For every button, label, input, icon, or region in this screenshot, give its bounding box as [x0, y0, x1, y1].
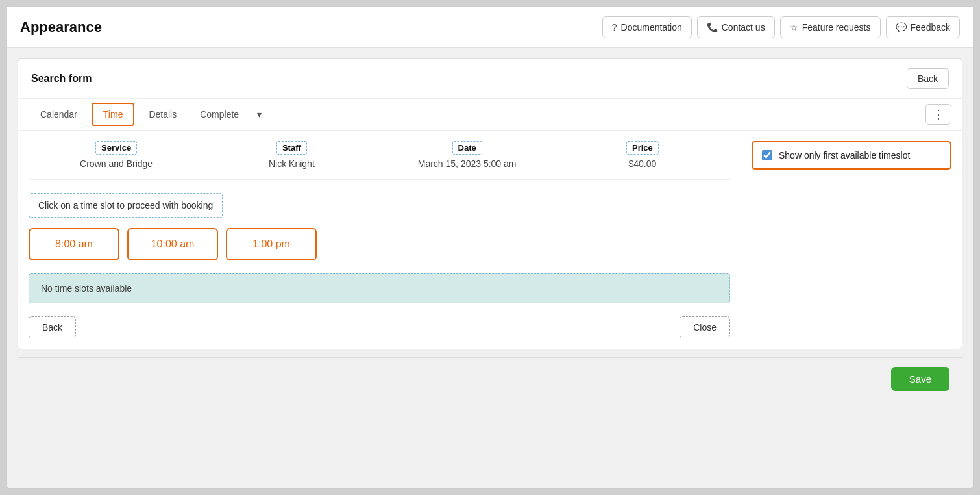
- card-title: Search form: [31, 73, 92, 84]
- no-slots-box: No time slots available: [29, 273, 730, 303]
- page-wrapper: Appearance ? Documentation 📞 Contact us …: [6, 6, 974, 489]
- show-first-timeslot-panel: Show only first available timeslot: [752, 141, 951, 170]
- tab-time[interactable]: Time: [92, 103, 135, 126]
- close-button[interactable]: Close: [680, 316, 730, 338]
- show-first-timeslot-checkbox[interactable]: [762, 150, 772, 160]
- more-options-button[interactable]: ⋮: [925, 104, 951, 125]
- staff-label: Staff: [276, 141, 307, 155]
- time-slots: 8:00 am 10:00 am 1:00 pm: [29, 228, 730, 260]
- booking-left: Service Crown and Bridge Staff Nick Knig…: [18, 131, 741, 349]
- feature-requests-label: Feature requests: [802, 22, 871, 32]
- service-col: Service Crown and Bridge: [29, 141, 204, 169]
- price-label: Price: [626, 141, 659, 155]
- date-label: Date: [452, 141, 482, 155]
- card-header: Search form Back: [18, 59, 962, 99]
- booking-area: Service Crown and Bridge Staff Nick Knig…: [18, 131, 962, 349]
- service-label: Service: [95, 141, 137, 155]
- documentation-icon: ?: [612, 22, 617, 32]
- instruction-box: Click on a time slot to proceed with boo…: [29, 193, 223, 218]
- date-value: March 15, 2023 5:00 am: [380, 159, 555, 169]
- documentation-label: Documentation: [621, 22, 682, 32]
- tab-dropdown-button[interactable]: ▾: [251, 99, 268, 130]
- time-slot-1[interactable]: 8:00 am: [29, 228, 119, 260]
- back-button[interactable]: Back: [29, 316, 76, 338]
- price-value: $40.00: [555, 159, 730, 169]
- service-value: Crown and Bridge: [29, 159, 204, 169]
- feedback-button[interactable]: 💬 Feedback: [886, 16, 960, 38]
- tabs: Calendar Time Details Complete ▾: [29, 99, 268, 130]
- chat-icon: 💬: [896, 22, 907, 32]
- feature-requests-button[interactable]: ☆ Feature requests: [780, 16, 881, 38]
- booking-right: Show only first available timeslot: [741, 131, 962, 349]
- search-form-card: Search form Back Calendar Time Details C…: [18, 58, 962, 349]
- service-info: Service Crown and Bridge Staff Nick Knig…: [29, 141, 730, 180]
- save-area: Save: [18, 357, 962, 400]
- date-col: Date March 15, 2023 5:00 am: [380, 141, 555, 169]
- tabs-container: Calendar Time Details Complete ▾ ⋮: [18, 99, 962, 131]
- phone-icon: 📞: [707, 22, 718, 32]
- header: Appearance ? Documentation 📞 Contact us …: [7, 7, 973, 48]
- bottom-buttons: Back Close: [29, 316, 730, 338]
- time-slot-3[interactable]: 1:00 pm: [226, 228, 317, 260]
- header-back-button[interactable]: Back: [907, 68, 949, 89]
- save-button[interactable]: Save: [891, 367, 949, 391]
- price-col: Price $40.00: [555, 141, 730, 169]
- time-slot-2[interactable]: 10:00 am: [127, 228, 218, 260]
- header-actions: ? Documentation 📞 Contact us ☆ Feature r…: [602, 16, 960, 38]
- chevron-down-icon: ▾: [257, 109, 262, 120]
- tab-calendar[interactable]: Calendar: [29, 99, 89, 131]
- main-content: Search form Back Calendar Time Details C…: [7, 48, 973, 411]
- no-slots-text: No time slots available: [41, 283, 132, 294]
- staff-value: Nick Knight: [204, 159, 379, 169]
- tab-details[interactable]: Details: [137, 99, 188, 131]
- contact-us-button[interactable]: 📞 Contact us: [697, 16, 775, 38]
- feedback-label: Feedback: [911, 22, 950, 32]
- instruction-text: Click on a time slot to proceed with boo…: [38, 200, 213, 210]
- star-icon: ☆: [790, 22, 798, 32]
- documentation-button[interactable]: ? Documentation: [602, 16, 692, 38]
- tab-complete[interactable]: Complete: [188, 99, 251, 131]
- page-title: Appearance: [20, 19, 102, 36]
- contact-us-label: Contact us: [722, 22, 765, 32]
- show-first-timeslot-label: Show only first available timeslot: [779, 150, 910, 160]
- staff-col: Staff Nick Knight: [204, 141, 379, 169]
